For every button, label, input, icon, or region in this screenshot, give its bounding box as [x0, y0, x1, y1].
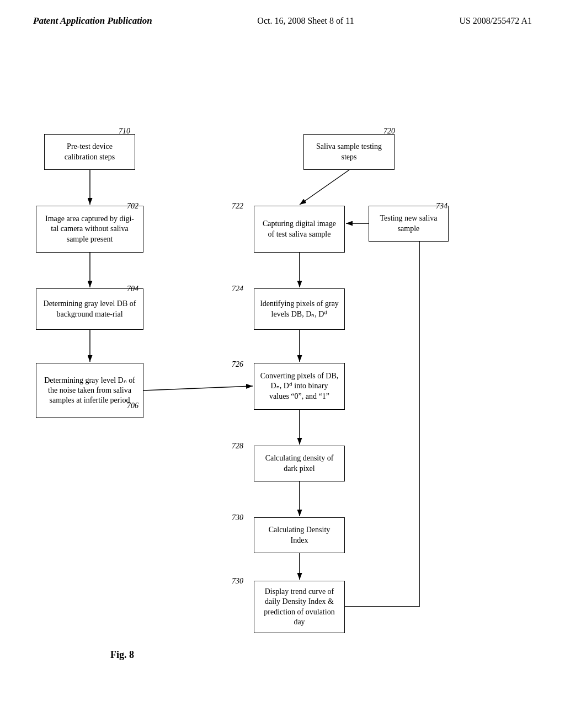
figure-caption: Fig. 8 [110, 649, 134, 661]
label-724: 724 [232, 285, 243, 293]
page: Patent Application Publication Oct. 16, … [0, 0, 565, 728]
label-720: 720 [383, 127, 395, 136]
label-730a: 730 [232, 513, 243, 522]
box-722: Capturing digital image of test saliva s… [254, 206, 345, 253]
box-730a: Calculating Density Index [254, 517, 345, 553]
box-726: Converting pixels of DB, Dₙ, Dᵈ into bin… [254, 363, 345, 410]
box-724: Identifying pixels of gray levels DB, Dₙ… [254, 288, 345, 330]
label-726: 726 [232, 360, 243, 369]
header-left: Patent Application Publication [33, 15, 152, 26]
box-734: Testing new saliva sample [369, 206, 449, 242]
box-710: Pre-test device calibration steps [44, 134, 135, 170]
label-734: 734 [436, 202, 447, 211]
box-728: Calculating density of dark pixel [254, 446, 345, 481]
diagram-area: Pre-test device calibration steps 710 Im… [0, 38, 565, 672]
label-706: 706 [127, 402, 138, 410]
header-center: Oct. 16, 2008 Sheet 8 of 11 [257, 16, 354, 26]
svg-line-5 [300, 170, 349, 205]
box-720: Saliva sample testing steps [303, 134, 395, 170]
label-730b: 730 [232, 577, 243, 586]
label-710: 710 [119, 127, 130, 136]
header-right: US 2008/255472 A1 [459, 16, 532, 26]
header: Patent Application Publication Oct. 16, … [0, 0, 565, 32]
label-728: 728 [232, 442, 243, 451]
box-730b: Display trend curve of daily Density Ind… [254, 581, 345, 633]
label-722: 722 [232, 202, 243, 211]
label-702: 702 [127, 202, 138, 211]
svg-line-4 [143, 386, 253, 390]
box-702: Image area captured by digi-tal camera w… [36, 206, 143, 253]
label-704: 704 [127, 285, 138, 293]
box-704: Determining gray level DB of background … [36, 288, 143, 330]
arrows-svg [0, 38, 565, 672]
